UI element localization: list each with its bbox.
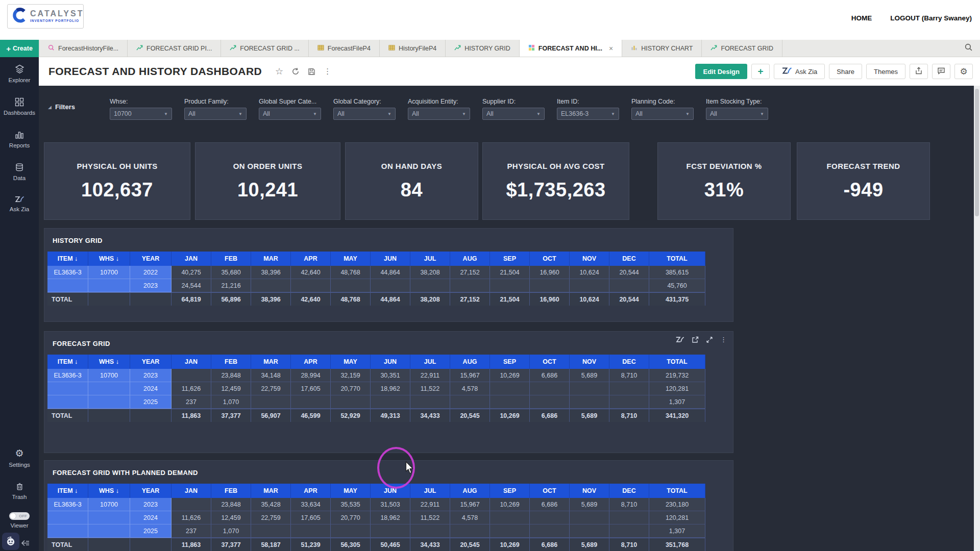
column-header-whs[interactable]: WHS ↓ bbox=[88, 484, 130, 498]
tab-forecasthistoryfile[interactable]: ForecastHistoryFile... bbox=[39, 40, 128, 57]
column-header-total[interactable]: TOTAL bbox=[649, 484, 705, 498]
filter-select-product-family[interactable]: All▼ bbox=[184, 108, 247, 120]
add-widget-button[interactable]: + bbox=[751, 64, 770, 79]
collapse-sidebar-icon[interactable] bbox=[20, 539, 31, 549]
column-header-aug[interactable]: AUG bbox=[450, 252, 490, 266]
filters-collapse[interactable]: ◢ Filters bbox=[48, 103, 75, 111]
column-header-nov[interactable]: NOV bbox=[570, 484, 609, 498]
column-header-mar[interactable]: MAR bbox=[251, 355, 291, 369]
column-header-oct[interactable]: OCT bbox=[530, 355, 570, 369]
column-header-mar[interactable]: MAR bbox=[251, 252, 291, 266]
logout-link[interactable]: LOGOUT (Barry Swaney) bbox=[890, 14, 972, 22]
tab-historyfilep4[interactable]: HistoryFileP4 bbox=[380, 40, 446, 57]
column-header-sep[interactable]: SEP bbox=[490, 252, 530, 266]
column-header-jan[interactable]: JAN bbox=[172, 484, 211, 498]
sidebar-item-trash[interactable]: Trash bbox=[0, 475, 39, 507]
column-header-jun[interactable]: JUN bbox=[371, 484, 410, 498]
column-header-apr[interactable]: APR bbox=[291, 252, 331, 266]
tab-history-chart[interactable]: HISTORY CHART bbox=[622, 40, 702, 57]
more-options-icon[interactable]: ⋮ bbox=[324, 67, 331, 76]
tab-forecast-grid[interactable]: FORECAST GRID ... bbox=[221, 40, 308, 57]
column-header-oct[interactable]: OCT bbox=[530, 252, 570, 266]
sidebar-item-ask-zia[interactable]: Ask Zia bbox=[0, 188, 39, 219]
column-header-total[interactable]: TOTAL bbox=[649, 355, 705, 369]
column-header-dec[interactable]: DEC bbox=[609, 252, 649, 266]
column-header-jan[interactable]: JAN bbox=[172, 252, 211, 266]
save-icon[interactable] bbox=[308, 68, 315, 76]
column-header-year[interactable]: YEAR bbox=[130, 252, 172, 266]
favorite-star-icon[interactable]: ☆ bbox=[275, 66, 283, 77]
column-header-jun[interactable]: JUN bbox=[371, 355, 410, 369]
settings-button[interactable]: ⚙ bbox=[954, 64, 973, 79]
home-link[interactable]: HOME bbox=[851, 14, 872, 22]
column-header-item[interactable]: ITEM ↓ bbox=[47, 484, 88, 498]
filter-select-acquisition-entity[interactable]: All▼ bbox=[408, 108, 470, 120]
column-header-whs[interactable]: WHS ↓ bbox=[88, 355, 130, 369]
zia-assistant-icon[interactable] bbox=[2, 533, 19, 550]
viewer-toggle[interactable]: OFF bbox=[9, 512, 30, 520]
sidebar-item-dashboards[interactable]: Dashboards bbox=[0, 90, 39, 123]
share-button[interactable]: Share bbox=[829, 64, 862, 79]
filter-select-supplier-id[interactable]: All▼ bbox=[482, 108, 545, 120]
column-header-jan[interactable]: JAN bbox=[172, 355, 211, 369]
column-header-year[interactable]: YEAR bbox=[130, 355, 172, 369]
column-header-feb[interactable]: FEB bbox=[211, 484, 251, 498]
column-header-year[interactable]: YEAR bbox=[130, 484, 172, 498]
column-header-sep[interactable]: SEP bbox=[490, 355, 530, 369]
filter-select-global-super-cate[interactable]: All▼ bbox=[259, 108, 321, 120]
widget-more-icon[interactable]: ⋮ bbox=[720, 336, 727, 343]
sidebar-item-data[interactable]: Data bbox=[0, 156, 39, 188]
column-header-may[interactable]: MAY bbox=[331, 484, 371, 498]
comments-button[interactable] bbox=[932, 64, 950, 79]
filter-select-whse[interactable]: 10700▼ bbox=[110, 108, 172, 120]
sidebar-item-settings[interactable]: ⚙Settings bbox=[0, 441, 39, 475]
column-header-aug[interactable]: AUG bbox=[450, 355, 490, 369]
column-header-mar[interactable]: MAR bbox=[251, 484, 291, 498]
expand-icon[interactable] bbox=[706, 336, 713, 343]
column-header-apr[interactable]: APR bbox=[291, 355, 331, 369]
sidebar-item-explorer[interactable]: Explorer bbox=[0, 57, 39, 90]
catalyst-logo[interactable]: CATALYST INVENTORY PORTFOLIO bbox=[7, 4, 84, 29]
filter-select-item-stocking-type[interactable]: All▼ bbox=[706, 108, 768, 120]
create-button[interactable]: + Create bbox=[0, 40, 39, 57]
edit-design-button[interactable]: Edit Design bbox=[695, 64, 747, 79]
column-header-dec[interactable]: DEC bbox=[609, 484, 649, 498]
column-header-jul[interactable]: JUL bbox=[410, 252, 450, 266]
filter-select-global-category[interactable]: All▼ bbox=[333, 108, 396, 120]
column-header-oct[interactable]: OCT bbox=[530, 484, 570, 498]
open-in-new-icon[interactable] bbox=[692, 336, 699, 343]
column-header-may[interactable]: MAY bbox=[331, 355, 371, 369]
column-header-whs[interactable]: WHS ↓ bbox=[88, 252, 130, 266]
export-button[interactable] bbox=[910, 64, 928, 79]
filter-select-item-id[interactable]: EL3636-3▼ bbox=[557, 108, 619, 120]
tab-forecast-grid[interactable]: FORECAST GRID bbox=[702, 40, 782, 57]
column-header-aug[interactable]: AUG bbox=[450, 484, 490, 498]
refresh-icon[interactable] bbox=[291, 67, 300, 76]
ask-zia-button[interactable]: Ask Zia bbox=[774, 64, 825, 79]
close-icon[interactable]: × bbox=[609, 44, 613, 53]
column-header-item[interactable]: ITEM ↓ bbox=[47, 355, 88, 369]
column-header-feb[interactable]: FEB bbox=[211, 355, 251, 369]
search-button[interactable] bbox=[957, 40, 980, 57]
column-header-may[interactable]: MAY bbox=[331, 252, 371, 266]
column-header-jul[interactable]: JUL bbox=[410, 484, 450, 498]
column-header-dec[interactable]: DEC bbox=[609, 355, 649, 369]
scrollbar-thumb[interactable] bbox=[975, 89, 979, 216]
tab-forecast-and-hi[interactable]: FORECAST AND HI...× bbox=[520, 40, 622, 57]
column-header-feb[interactable]: FEB bbox=[211, 252, 251, 266]
column-header-jul[interactable]: JUL bbox=[410, 355, 450, 369]
column-header-total[interactable]: TOTAL bbox=[649, 252, 705, 266]
tab-forecast-grid-pi[interactable]: FORECAST GRID PI... bbox=[128, 40, 221, 57]
filter-select-planning-code[interactable]: All▼ bbox=[631, 108, 694, 120]
zia-insights-icon[interactable] bbox=[675, 336, 684, 343]
tab-forecastfilep4[interactable]: ForecastFileP4 bbox=[309, 40, 380, 57]
column-header-jun[interactable]: JUN bbox=[371, 252, 410, 266]
column-header-nov[interactable]: NOV bbox=[570, 252, 609, 266]
column-header-item[interactable]: ITEM ↓ bbox=[47, 252, 88, 266]
sidebar-item-reports[interactable]: Reports bbox=[0, 123, 39, 156]
column-header-apr[interactable]: APR bbox=[291, 484, 331, 498]
themes-button[interactable]: Themes bbox=[866, 64, 905, 79]
column-header-sep[interactable]: SEP bbox=[490, 484, 530, 498]
tab-history-grid[interactable]: HISTORY GRID bbox=[446, 40, 520, 57]
column-header-nov[interactable]: NOV bbox=[570, 355, 609, 369]
